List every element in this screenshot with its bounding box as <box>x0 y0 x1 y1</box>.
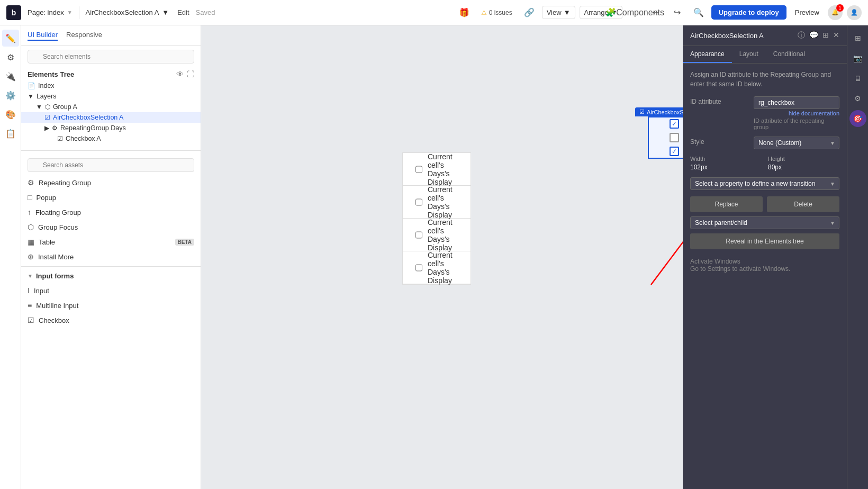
issues-label: 0 issues <box>489 9 512 16</box>
far-right-device-icon[interactable]: 🖥 <box>849 70 866 87</box>
far-right-grid-icon[interactable]: ⊞ <box>849 30 866 47</box>
search-assets-input[interactable] <box>28 158 194 172</box>
comp-input[interactable]: I Input <box>21 283 201 298</box>
page-selector[interactable]: Page: index ▼ <box>28 8 73 16</box>
row-4-text: Current cell's Days's Display <box>428 251 458 285</box>
replace-button[interactable]: Replace <box>690 196 763 212</box>
icon-bar-settings[interactable]: ⚙️ <box>2 87 19 104</box>
share-icon-button[interactable]: 🔗 <box>521 4 538 21</box>
comp-table[interactable]: ▦ Table BETA <box>21 234 201 249</box>
input-icon: I <box>28 286 30 295</box>
comp-group-focus[interactable]: ⬡ Group Focus <box>21 220 201 234</box>
id-attribute-input[interactable] <box>754 96 839 109</box>
element-selector[interactable]: AirCheckboxSelection A ▼ <box>86 8 169 16</box>
style-row: Style None (Custom) <box>690 137 839 149</box>
checkbox-comp-icon: ☑ <box>28 316 34 324</box>
page-label: Page: index <box>28 8 64 16</box>
right-panel-body: Assign an ID attribute to the Repeating … <box>683 64 847 489</box>
checkbox-selected-icon: ☑ <box>44 114 50 121</box>
replace-delete-row: Replace Delete <box>690 196 839 212</box>
notification-bell[interactable]: 🔔 1 <box>828 5 843 20</box>
style-select[interactable]: None (Custom) <box>754 137 839 149</box>
view-button[interactable]: View ▼ <box>542 6 575 19</box>
undo-button[interactable]: ↩ <box>648 4 665 21</box>
row-2-checkbox[interactable] <box>415 198 422 206</box>
tree-item-repeating-group[interactable]: ▶ ⚙ RepeatingGroup Days <box>21 123 201 133</box>
hide-doc-link[interactable]: hide documentation <box>754 110 839 116</box>
search-elements-input[interactable] <box>28 50 194 64</box>
visibility-icon[interactable]: 👁 <box>176 70 184 78</box>
tree-header-icons: 👁 ⛶ <box>176 70 194 78</box>
comp-floating-group[interactable]: ↑ Floating Group <box>21 205 201 220</box>
group-focus-icon: ⬡ <box>28 223 34 231</box>
arrange-label: Arrange <box>584 8 609 16</box>
icon-bar-data[interactable]: ⚙ <box>2 49 19 66</box>
left-panel: UI Builder Responsive 🔍 Elements Tree 👁 … <box>21 25 201 489</box>
redo-button[interactable]: ↪ <box>669 4 686 21</box>
far-right-camera-icon[interactable]: 📷 <box>849 50 866 67</box>
icon-bar-logs[interactable]: 📋 <box>2 125 19 142</box>
tab-conditional[interactable]: Conditional <box>766 46 812 63</box>
tree-item-index[interactable]: 📄 Index <box>21 80 201 91</box>
group-expand-icon: ▼ <box>36 103 42 111</box>
icon-bar-ui-builder[interactable]: ✏️ <box>2 30 19 47</box>
canvas: ☑ AirCheckboxSelection A ✓ <box>201 25 683 489</box>
issues-indicator[interactable]: ⚠ 0 issues <box>477 7 517 19</box>
comment-icon[interactable]: 💬 <box>809 31 818 40</box>
delete-button[interactable]: Delete <box>767 196 839 212</box>
components-button[interactable]: 🧩 Components <box>627 4 644 21</box>
tab-ui-builder[interactable]: UI Builder <box>28 30 58 41</box>
row-2-text: Current cell's Days's Display <box>428 185 458 219</box>
comp-popup[interactable]: □ Popup <box>21 190 201 205</box>
expand-icon[interactable]: ⛶ <box>187 70 194 78</box>
icon-bar-styles[interactable]: 🎨 <box>2 106 19 123</box>
reveal-button[interactable]: Reveal in the Elements tree <box>690 233 839 249</box>
comp-checkbox[interactable]: ☑ Checkbox <box>21 313 201 328</box>
floating-group-icon: ↑ <box>28 208 31 216</box>
comp-install-more[interactable]: ⊕ Install More <box>21 249 201 264</box>
deploy-button[interactable]: Upgrade to deploy <box>711 5 786 20</box>
row-4-checkbox[interactable] <box>415 264 422 271</box>
canvas-row-2: Current cell's Days's Display <box>403 186 471 219</box>
user-avatar[interactable]: 👤 <box>847 5 862 20</box>
parent-child-select[interactable]: Select parent/child <box>690 216 839 229</box>
edit-label: Edit <box>177 8 189 16</box>
view-arrow: ▼ <box>564 8 571 16</box>
width-col: Width 102px <box>690 156 762 171</box>
search-button[interactable]: 🔍 <box>690 4 707 21</box>
gift-icon-button[interactable]: 🎁 <box>456 4 473 21</box>
layout-icon[interactable]: ⊞ <box>822 31 829 40</box>
transition-select[interactable]: Select a property to define a new transi… <box>690 177 839 190</box>
comp-repeating-group[interactable]: ⚙ Repeating Group <box>21 175 201 190</box>
search-bar: 🔍 <box>21 46 201 68</box>
main-layout: ✏️ ⚙ 🔌 ⚙️ 🎨 📋 UI Builder Responsive 🔍 El… <box>0 25 868 489</box>
far-right-settings-icon[interactable]: ⚙ <box>849 90 866 107</box>
icon-bar: ✏️ ⚙ 🔌 ⚙️ 🎨 📋 <box>0 25 21 489</box>
canvas-row-4: Current cell's Days's Display <box>403 251 471 284</box>
tree-item-checkbox-a[interactable]: ☑ Checkbox A <box>21 133 201 144</box>
watermark: Activate Windows Go to Settings to activ… <box>690 258 839 273</box>
far-right-special-icon[interactable]: 🎯 <box>849 110 866 127</box>
saved-label: Saved <box>196 8 215 16</box>
icon-bar-plugins[interactable]: 🔌 <box>2 68 19 85</box>
row-1-checkbox[interactable] <box>415 166 422 173</box>
input-forms-section-header[interactable]: ▼ Input forms <box>21 269 201 283</box>
id-attribute-label: ID attribute <box>690 96 754 105</box>
comp-multiline-input[interactable]: ≡ Multiline Input <box>21 298 201 313</box>
info-icon[interactable]: ⓘ <box>798 31 805 40</box>
tab-layout[interactable]: Layout <box>732 46 766 63</box>
group-icon: ⬡ <box>45 103 50 111</box>
close-icon[interactable]: ✕ <box>833 31 839 40</box>
preview-label[interactable]: Preview <box>791 6 824 19</box>
element-dropdown-arrow: ▼ <box>162 8 169 16</box>
topbar: b Page: index ▼ AirCheckboxSelection A ▼… <box>0 0 868 25</box>
right-panel-header: AirCheckboxSelection A ⓘ 💬 ⊞ ✕ <box>683 25 847 46</box>
tab-appearance[interactable]: Appearance <box>683 46 732 63</box>
tab-responsive[interactable]: Responsive <box>66 30 102 41</box>
tree-item-group-a[interactable]: ▼ ⬡ Group A <box>21 102 201 112</box>
topbar-divider-1 <box>79 6 79 19</box>
left-panel-tabs: UI Builder Responsive <box>21 25 201 46</box>
tree-item-aircheckbox[interactable]: ☑ AirCheckboxSelection A <box>21 112 201 123</box>
tree-item-layers[interactable]: ▼ Layers <box>21 91 201 102</box>
row-3-checkbox[interactable] <box>415 231 422 239</box>
